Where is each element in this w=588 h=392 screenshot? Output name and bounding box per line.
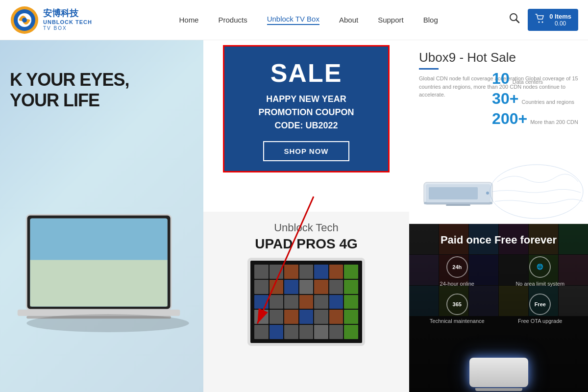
main-content: K YOUR EYES, YOUR LIFE SALE HAPPY NEW YE… xyxy=(0,40,588,392)
header: 安博科技 UNBLOCK TECH TV BOX Home Products U… xyxy=(0,0,588,40)
svg-point-3 xyxy=(22,18,27,23)
stat-num-2: 30+ xyxy=(492,90,518,108)
paid-once-card: Paid once Free forever 24h 24-hour onlin… xyxy=(409,224,588,392)
logo-cn: 安博科技 xyxy=(43,8,92,19)
middle-column: SALE HAPPY NEW YEAR PROMOTION COUPON COD… xyxy=(203,40,409,392)
svg-rect-22 xyxy=(429,187,478,199)
paid-once-features-grid: 24h 24-hour online 🌐 No area limit syste… xyxy=(419,256,578,324)
stat-label-2: Countries and regions xyxy=(521,99,574,105)
hero-text: K YOUR EYES, YOUR LIFE xyxy=(10,70,129,111)
sale-title: SALE xyxy=(234,58,378,88)
svg-point-6 xyxy=(539,21,540,23)
world-map-svg xyxy=(488,162,586,221)
stat-num-1: 10 xyxy=(492,70,510,88)
sale-subtitle-line1: HAPPY NEW YEAR xyxy=(234,93,378,106)
svg-line-5 xyxy=(516,20,519,23)
tablet-visual-container xyxy=(203,258,409,346)
nav-home[interactable]: Home xyxy=(179,16,198,24)
sale-subtitle: HAPPY NEW YEAR PROMOTION COUPON CODE: UB… xyxy=(234,93,378,132)
header-right: 0 Items 0.00 xyxy=(509,9,578,31)
nav-blog[interactable]: Blog xyxy=(423,16,438,24)
paid-feature-24h: 24h 24-hour online xyxy=(419,256,495,287)
hero-section: K YOUR EYES, YOUR LIFE xyxy=(0,40,203,392)
product-name: UPAD PROS 4G xyxy=(203,236,409,252)
cart-button[interactable]: 0 Items 0.00 xyxy=(528,9,578,31)
svg-rect-19 xyxy=(446,204,470,206)
paid-device-area xyxy=(409,358,588,392)
nav-unblock-tv-box[interactable]: Unblock TV Box xyxy=(267,15,319,25)
ubox9-stats: 10 Data centers 30+ Countries and region… xyxy=(492,70,578,128)
ubox9-card: Ubox9 - Hot Sale Global CDN node full co… xyxy=(409,40,588,224)
shop-now-button[interactable]: SHOP NOW xyxy=(263,141,349,161)
ubox9-title: Ubox9 - Hot Sale xyxy=(419,50,578,65)
ubox9-divider xyxy=(419,68,439,70)
paid-feature-free: Free Free OTA upgrade xyxy=(502,294,579,324)
stat-label-1: Data centers xyxy=(513,79,543,85)
feature-icon-24h: 24h xyxy=(446,256,468,278)
feature-label-globe: No area limit system xyxy=(515,281,564,287)
logo-sub: TV BOX xyxy=(43,25,92,31)
right-column: Ubox9 - Hot Sale Global CDN node full co… xyxy=(409,40,588,392)
product-brand: Unblock Tech xyxy=(203,221,409,234)
feature-label-365: Technical maintenance xyxy=(430,318,485,324)
main-nav: Home Products Unblock TV Box About Suppo… xyxy=(108,15,509,25)
ubox9-device-svg xyxy=(419,175,497,214)
paid-once-content: Paid once Free forever 24h 24-hour onlin… xyxy=(409,224,588,342)
cart-icon xyxy=(535,13,545,26)
paid-once-title: Paid once Free forever xyxy=(419,234,578,246)
cart-text: 0 Items 0.00 xyxy=(549,13,571,27)
tablet-image xyxy=(247,258,365,346)
nav-about[interactable]: About xyxy=(339,16,358,24)
svg-rect-11 xyxy=(30,260,168,307)
nav-support[interactable]: Support xyxy=(378,16,404,24)
sale-banner: SALE HAPPY NEW YEAR PROMOTION COUPON COD… xyxy=(223,45,390,172)
ubox9-device-visual xyxy=(419,175,497,216)
nav-products[interactable]: Products xyxy=(218,16,247,24)
feature-icon-365: 365 xyxy=(446,294,468,315)
device-box-visual xyxy=(469,358,528,387)
sale-subtitle-line2: PROMOTION COUPON xyxy=(234,106,378,119)
hero-line2: YOUR LIFE xyxy=(10,90,129,111)
paid-feature-globe: 🌐 No area limit system xyxy=(502,256,579,287)
product-section: Unblock Tech UPAD PROS 4G xyxy=(203,212,409,392)
sale-subtitle-line3: CODE: UB2022 xyxy=(234,119,378,132)
cart-price: 0.00 xyxy=(549,20,571,27)
stat-row-3: 200+ More than 200 CDN xyxy=(492,110,578,128)
svg-point-23 xyxy=(490,165,583,219)
cart-items-count: 0 Items xyxy=(549,13,571,21)
feature-icon-globe: 🌐 xyxy=(529,256,551,278)
stat-label-3: More than 200 CDN xyxy=(530,119,578,125)
svg-point-7 xyxy=(542,21,543,23)
feature-label-free: Free OTA upgrade xyxy=(518,318,562,324)
stat-row-1: 10 Data centers xyxy=(492,70,578,88)
logo-area[interactable]: 安博科技 UNBLOCK TECH TV BOX xyxy=(10,5,108,35)
feature-label-24h: 24-hour online xyxy=(440,281,474,287)
logo-en: UNBLOCK TECH xyxy=(43,19,92,25)
hero-line1: K YOUR EYES, xyxy=(10,70,129,90)
feature-icon-free: Free xyxy=(529,294,551,315)
stat-num-3: 200+ xyxy=(492,110,527,128)
search-button[interactable] xyxy=(509,13,520,26)
logo-icon xyxy=(10,5,39,35)
stat-row-2: 30+ Countries and regions xyxy=(492,90,578,108)
logo-text: 安博科技 UNBLOCK TECH TV BOX xyxy=(43,8,92,31)
paid-feature-365: 365 Technical maintenance xyxy=(419,294,495,324)
laptop-image xyxy=(0,206,203,377)
search-icon xyxy=(509,13,520,24)
svg-point-14 xyxy=(26,314,189,332)
shopping-cart-icon xyxy=(535,13,545,24)
